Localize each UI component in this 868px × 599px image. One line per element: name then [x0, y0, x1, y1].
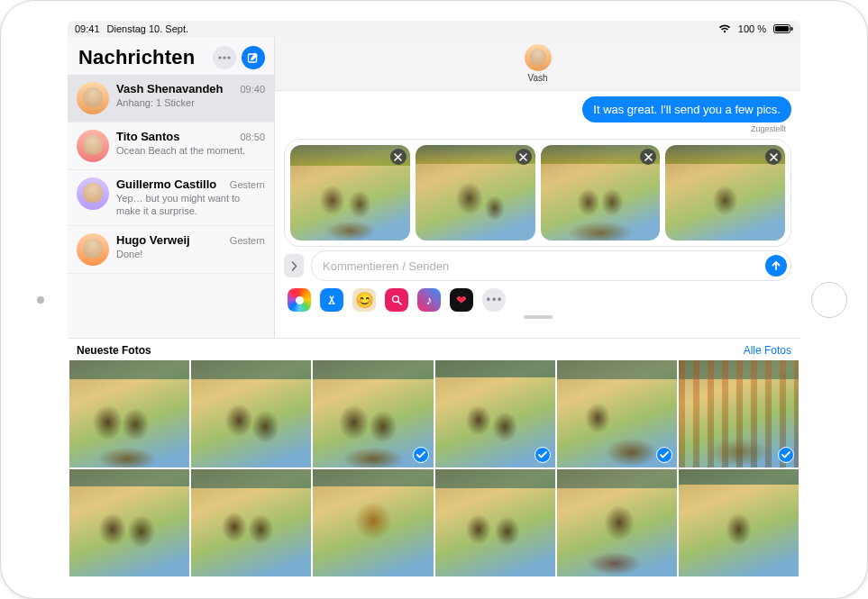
messages-area: It was great. I'll send you a few pics. … [275, 91, 800, 135]
battery-percent: 100 % [738, 23, 766, 34]
svg-point-4 [223, 56, 225, 59]
photo-cell[interactable] [679, 469, 799, 576]
status-bar: 09:41 Dienstag 10. Sept. 100 % [68, 21, 800, 37]
battery-full-icon [773, 24, 793, 33]
photo-cell[interactable] [69, 360, 189, 467]
close-icon [770, 153, 778, 161]
svg-rect-1 [775, 26, 789, 32]
remove-photo-button[interactable] [516, 149, 532, 165]
conversation-preview: Yep… but you might want to make it a sur… [116, 193, 265, 218]
check-icon [781, 451, 790, 458]
drawer-handle[interactable] [524, 315, 553, 319]
drawer-images-icon[interactable] [385, 288, 408, 312]
sidebar-title: Nachrichten [78, 46, 195, 69]
sidebar-header: Nachrichten [68, 37, 274, 75]
expand-apps-button[interactable] [284, 254, 304, 277]
drawer-more-icon[interactable]: ••• [482, 288, 506, 312]
chat-header[interactable]: Vash [275, 37, 800, 91]
outgoing-message-bubble[interactable]: It was great. I'll send you a few pics. [582, 96, 791, 123]
chat-header-avatar [525, 44, 552, 71]
drawer-memoji-icon[interactable]: 😊 [352, 288, 376, 312]
photo-cell[interactable] [435, 360, 555, 467]
selected-badge [778, 447, 794, 463]
avatar [77, 233, 109, 266]
conversation-time: 09:40 [240, 84, 265, 95]
conversation-item[interactable]: Vash Shenavandeh 09:40 Anhang: 1 Sticker [68, 75, 274, 123]
avatar [77, 130, 109, 162]
photo-cell[interactable] [313, 469, 433, 576]
screen: 09:41 Dienstag 10. Sept. 100 % Nachricht… [68, 21, 800, 578]
conversation-name: Vash Shenavandeh [116, 82, 224, 95]
ipad-device-frame: 09:41 Dienstag 10. Sept. 100 % Nachricht… [0, 0, 868, 599]
photos-section-title: Neueste Fotos [77, 344, 151, 357]
compose-icon [247, 51, 260, 64]
conversation-name: Guillermo Castillo [116, 177, 216, 191]
send-button[interactable] [765, 255, 787, 277]
conversation-time: Gestern [230, 235, 265, 246]
conversation-time: 08:50 [240, 132, 265, 142]
photo-cell[interactable] [435, 469, 555, 576]
message-input-wrap [311, 250, 791, 281]
home-button[interactable] [811, 282, 847, 318]
drawer-photos-icon[interactable] [288, 288, 311, 312]
avatar [77, 177, 109, 210]
status-time: 09:41 [75, 23, 100, 34]
photo-cell[interactable] [191, 469, 311, 576]
selected-badge [535, 447, 551, 463]
photo-cell[interactable] [557, 360, 677, 467]
photo-cell[interactable] [557, 469, 677, 576]
ellipsis-icon [218, 56, 231, 59]
conversation-list: Vash Shenavandeh 09:40 Anhang: 1 Sticker… [68, 75, 274, 338]
photos-section: Neueste Fotos Alle Fotos [68, 338, 800, 578]
svg-rect-2 [791, 27, 793, 31]
check-icon [538, 451, 547, 458]
avatar [77, 82, 109, 114]
input-row [275, 247, 800, 286]
remove-photo-button[interactable] [765, 149, 781, 165]
conversation-item[interactable]: Guillermo Castillo Gestern Yep… but you … [68, 170, 274, 226]
drawer-appstore-icon[interactable] [320, 288, 343, 312]
message-input[interactable] [323, 259, 765, 273]
more-options-button[interactable] [213, 46, 236, 69]
photo-cell[interactable] [679, 360, 799, 467]
wifi-icon [718, 24, 731, 33]
check-icon [660, 451, 669, 458]
appstore-icon [325, 294, 338, 306]
drawer-digitaltouch-icon[interactable]: ❤ [450, 288, 473, 312]
conversation-preview: Ocean Beach at the moment. [116, 145, 265, 158]
selected-badge [656, 447, 672, 463]
compose-button[interactable] [242, 46, 265, 69]
chevron-right-icon [291, 261, 297, 271]
status-date: Dienstag 10. Sept. [107, 23, 189, 34]
close-icon [644, 153, 653, 161]
staged-photo[interactable] [416, 145, 535, 241]
conversation-preview: Done! [116, 249, 265, 261]
arrow-up-icon [771, 260, 781, 271]
all-photos-link[interactable]: Alle Fotos [744, 344, 791, 357]
sidebar: Nachrichten [68, 37, 275, 338]
close-icon [394, 153, 402, 161]
svg-point-3 [218, 56, 221, 59]
front-camera [37, 296, 44, 304]
conversation-name: Hugo Verweij [116, 233, 190, 247]
svg-point-7 [393, 296, 399, 303]
conversation-item[interactable]: Tito Santos 08:50 Ocean Beach at the mom… [68, 123, 274, 170]
staged-photo[interactable] [541, 145, 661, 241]
photos-grid [68, 360, 800, 578]
drawer-music-icon[interactable]: ♪ [417, 288, 441, 312]
chat-panel: Vash It was great. I'll send you a few p… [275, 37, 800, 338]
svg-point-5 [227, 56, 230, 59]
remove-photo-button[interactable] [640, 149, 656, 165]
app-drawer: 😊 ♪ ❤ ••• [275, 286, 800, 315]
photo-cell[interactable] [191, 360, 311, 467]
photo-cell[interactable] [313, 360, 433, 467]
photo-cell[interactable] [69, 469, 189, 576]
delivery-status: Zugestellt [284, 124, 791, 133]
conversation-item[interactable]: Hugo Verweij Gestern Done! [68, 226, 274, 274]
staged-photos-container [284, 139, 791, 247]
selected-badge [413, 447, 429, 463]
staged-photo[interactable] [290, 145, 410, 241]
staged-photo[interactable] [665, 145, 785, 241]
conversation-name: Tito Santos [116, 130, 180, 143]
remove-photo-button[interactable] [390, 149, 407, 165]
